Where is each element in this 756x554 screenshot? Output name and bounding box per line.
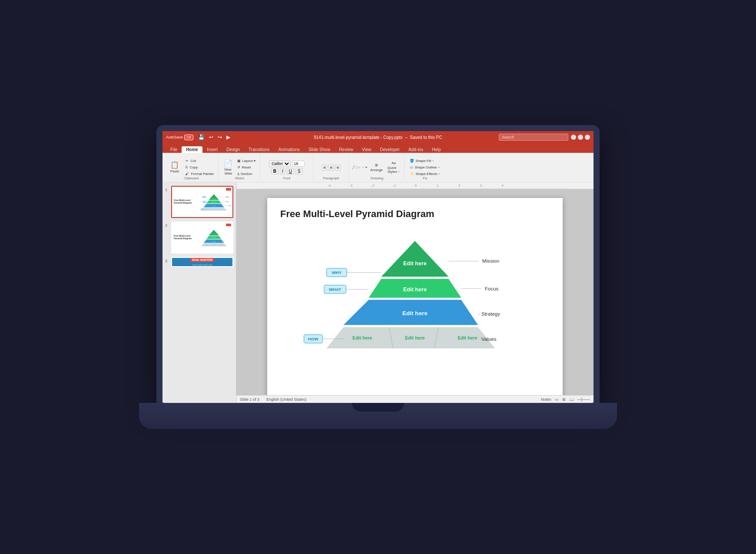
paragraph-group: ≡ ≡ ≡ Paragraph — [314, 154, 349, 181]
clipboard-label: Clipboard — [184, 176, 199, 180]
font-family-select[interactable]: Calibri — [269, 160, 291, 167]
slide-info: Slide 1 of 3 — [240, 397, 259, 402]
autosave-toggle[interactable]: Off — [184, 135, 193, 140]
maximize-btn[interactable] — [578, 135, 583, 140]
svg-text:Edit here: Edit here — [212, 198, 216, 199]
slide-canvas[interactable]: Free Multi-Level Pyramid Diagram Edit he… — [267, 198, 563, 395]
redo-btn[interactable]: ↪ — [216, 134, 223, 140]
quick-styles-label: QuickStyles ~ — [388, 166, 400, 174]
shape-more[interactable]: ▾ — [365, 165, 367, 169]
align-left-button[interactable]: ≡ — [322, 165, 327, 171]
tab-review[interactable]: Review — [335, 146, 358, 153]
svg-text:Mission: Mission — [225, 196, 229, 198]
window-controls — [571, 135, 590, 140]
notes-button[interactable]: Notes — [541, 397, 551, 402]
cut-button[interactable]: ✂ Cut — [184, 158, 216, 164]
shape-rect[interactable]: □ — [355, 165, 358, 169]
thumb-1-title: Free Multi-Level Pyramid Diagram — [174, 199, 197, 204]
shape-arrow[interactable]: → — [361, 165, 365, 169]
cut-icon: ✂ — [186, 159, 189, 163]
slidehunter-branding: Slide HUNTER — [190, 258, 215, 262]
slide-1-wrapper: 1 Free Multi-Level Pyramid Diagram — [165, 186, 233, 218]
minimize-btn[interactable] — [571, 135, 576, 140]
format-painter-label: Format Painter — [191, 172, 214, 176]
tab-transitions[interactable]: Transitions — [244, 146, 274, 153]
slide-3-wrapper: 3 Slide HUNTER www.slidehunter.com — [165, 257, 233, 267]
layout-icon: ▦ — [237, 159, 241, 163]
tab-insert[interactable]: Insert — [202, 146, 222, 153]
new-slide-button[interactable]: 📄 NewSlide — [222, 159, 234, 176]
paste-icon: 📋 — [170, 162, 179, 168]
tab-slideshow[interactable]: Slide Show — [304, 146, 335, 153]
align-right-button[interactable]: ≡ — [335, 165, 341, 171]
tab-file[interactable]: File — [166, 146, 182, 153]
arrange-button[interactable]: ⊞ Arrange — [368, 162, 384, 173]
slide-2-thumbnail[interactable]: Free Multi-Level Pyramid Diagram Edit he… — [171, 221, 233, 254]
reading-view-btn[interactable]: 📖 — [569, 397, 574, 402]
svg-text:Edit here: Edit here — [205, 244, 209, 245]
svg-text:WHY: WHY — [332, 270, 342, 275]
reset-button[interactable]: ↺ Reset — [235, 165, 257, 170]
title-center: 9141-multi-level-pyramid-template - Copy… — [273, 135, 483, 140]
main-area: 1 Free Multi-Level Pyramid Diagram — [162, 182, 594, 403]
strikethrough-button[interactable]: S — [295, 168, 303, 175]
status-bar: Slide 1 of 3 English (United States) Not… — [236, 395, 594, 403]
slide-sorter-btn[interactable]: ⊞ — [562, 397, 566, 402]
svg-text:0: 0 — [415, 184, 417, 187]
screen: AutoSave Off 💾 ↩ ↪ ▶ 9141-multi-level-py… — [162, 131, 594, 403]
slides-group: 📄 NewSlide ▦ Layout ▾ ↺ Reset — [219, 154, 260, 181]
tab-animations[interactable]: Animations — [274, 146, 304, 153]
font-size-input[interactable] — [292, 161, 305, 167]
status-bar-right: Notes ▭ ⊞ 📖 —|—— — [541, 397, 590, 402]
svg-text:WHAT: WHAT — [203, 201, 206, 202]
undo-btn[interactable]: ↩ — [208, 134, 215, 140]
laptop-notch — [352, 403, 404, 412]
shape-fill-icon: 🪣 — [410, 159, 414, 163]
thumb-2-logo — [226, 224, 231, 226]
tab-home[interactable]: Home — [182, 146, 202, 153]
italic-button[interactable]: I — [280, 168, 285, 175]
bold-button[interactable]: B — [271, 168, 279, 175]
layout-button[interactable]: ▦ Layout ▾ — [235, 158, 257, 164]
slide-1-thumbnail[interactable]: Free Multi-Level Pyramid Diagram Mission — [171, 186, 233, 218]
laptop-base — [139, 403, 617, 429]
svg-text:Edit here: Edit here — [352, 335, 372, 340]
shape-outline-button[interactable]: ▭ Shape Outline ~ — [408, 165, 441, 170]
save-btn[interactable]: 💾 — [197, 134, 206, 140]
paste-button[interactable]: 📋 Paste — [167, 161, 182, 174]
shape-oval[interactable]: ○ — [358, 165, 360, 169]
tab-addins[interactable]: Add-ins — [404, 146, 428, 153]
svg-text:3: 3 — [480, 184, 482, 187]
slide-3-thumbnail[interactable]: Slide HUNTER www.slidehunter.com — [171, 257, 233, 267]
svg-text:Edit here: Edit here — [405, 335, 425, 340]
close-btn[interactable] — [585, 135, 590, 140]
editing-area: -4 -3 -2 -1 0 1 2 3 4 — [236, 182, 594, 403]
tab-view[interactable]: View — [358, 146, 376, 153]
quick-styles-button[interactable]: Aa QuickStyles ~ — [386, 160, 402, 175]
svg-text:Edit here: Edit here — [212, 205, 216, 206]
tab-design[interactable]: Design — [222, 146, 244, 153]
svg-marker-19 — [209, 230, 219, 235]
svg-text:HOW: HOW — [201, 209, 203, 210]
main-pyramid-svg[interactable]: Edit here WHY Mission Edit her — [280, 228, 550, 359]
ruler-marks: -4 -3 -2 -1 0 1 2 3 4 — [238, 182, 592, 189]
underline-button[interactable]: U — [287, 168, 294, 175]
saved-state: Saved to this PC — [410, 135, 442, 140]
present-btn[interactable]: ▶ — [225, 134, 232, 140]
tab-developer[interactable]: Developer — [375, 146, 404, 153]
thumb-2-title: Free Multi-Level Pyramid Diagram — [174, 234, 197, 240]
copy-button[interactable]: ⎘ Copy — [184, 165, 216, 170]
normal-view-btn[interactable]: ▭ — [555, 397, 559, 402]
zoom-slider[interactable]: —|—— — [577, 397, 590, 402]
slide-brand-logo: Slide HUNTER — [190, 258, 215, 262]
svg-marker-39 — [381, 241, 449, 277]
thumb-1-pyramid: Mission Focus Strategy Edit here Edit he… — [197, 188, 231, 215]
search-input[interactable] — [499, 134, 568, 141]
shape-line[interactable]: ╱ — [352, 165, 355, 169]
tab-help[interactable]: Help — [428, 146, 445, 153]
shape-fill-label: Shape Fill ~ — [415, 159, 434, 163]
shape-fill-button[interactable]: 🪣 Shape Fill ~ — [408, 158, 435, 164]
align-center-button[interactable]: ≡ — [328, 165, 334, 171]
svg-text:Edit here: Edit here — [212, 234, 216, 234]
svg-text:Edit here: Edit here — [403, 287, 427, 293]
